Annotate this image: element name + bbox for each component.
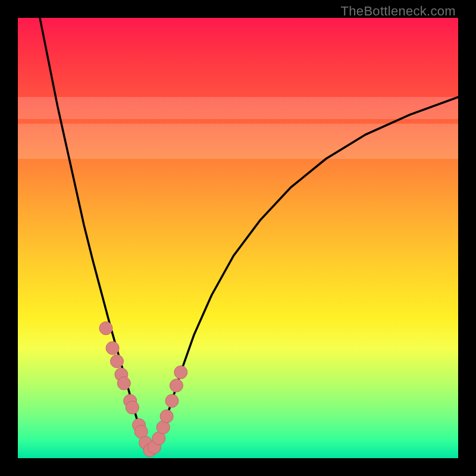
data-marker (165, 394, 178, 408)
chart-frame: TheBottleneck.com (0, 0, 476, 476)
data-marker (99, 322, 112, 335)
data-marker (111, 355, 124, 368)
data-marker (160, 410, 173, 423)
data-marker (174, 366, 187, 379)
marker-cluster (99, 322, 187, 457)
data-marker (126, 401, 139, 414)
data-marker (117, 377, 130, 390)
plot-area (18, 18, 458, 458)
curve-left-branch (40, 18, 150, 452)
data-marker (106, 342, 119, 355)
curve-right-branch (150, 97, 458, 452)
data-marker (170, 379, 183, 392)
watermark-text: TheBottleneck.com (341, 4, 456, 19)
curve-overlay (18, 18, 458, 458)
